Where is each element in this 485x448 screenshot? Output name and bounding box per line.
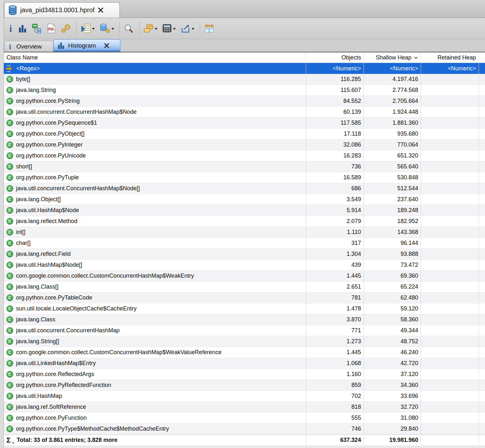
run-report-button[interactable] [80, 22, 96, 34]
class-name: org.python.core.PyTuple [16, 174, 79, 181]
table-row[interactable]: C org.python.core.PyTuple 16.589 530.848 [4, 172, 485, 183]
info-button[interactable]: i [7, 23, 14, 34]
class-icon: C [6, 371, 13, 378]
histogram-button[interactable] [17, 23, 28, 34]
table-row[interactable]: C org.python.core.PyString 84.552 2.705.… [4, 96, 485, 107]
table-row[interactable]: C org.python.core.ReflectedArgs 1.160 37… [4, 369, 485, 380]
calculator-button[interactable] [162, 23, 177, 34]
objects-value: 32.086 [306, 139, 364, 150]
table-row[interactable]: C java.util.HashMap 702 33.696 [4, 391, 485, 402]
histogram-icon [18, 24, 27, 33]
tab-histogram[interactable]: Histogram [53, 39, 120, 52]
column-header-objects[interactable]: Objects [306, 52, 364, 63]
retained-heap-value [421, 227, 479, 237]
table-row[interactable]: C java.lang.Class 3.870 58.360 [4, 314, 485, 325]
class-icon: C [6, 240, 13, 246]
table-row[interactable]: C org.python.core.PyReflectedFunction 85… [4, 380, 485, 391]
table-row[interactable]: C com.google.common.collect.CustomConcur… [4, 271, 485, 282]
table-row[interactable]: C byte[] 116.285 4.197.416 [4, 74, 485, 85]
table-row[interactable]: C java.lang.Class[] 2.651 65.224 [4, 282, 485, 292]
column-header-label: Class Name [6, 54, 38, 61]
dominator-tree-button[interactable] [31, 22, 43, 34]
numeric-filter-field[interactable]: <Numeric> [306, 63, 364, 74]
tab-overview[interactable]: i Overview [4, 41, 53, 52]
table-row[interactable]: C org.python.core.PyUnicode 16.283 651.3… [4, 150, 485, 161]
shallow-heap-value: 32.720 [364, 402, 421, 412]
shallow-heap-value: 96.144 [364, 238, 421, 248]
database-gear-icon [100, 23, 110, 33]
retained-heap-value [421, 303, 479, 314]
table-row[interactable]: C org.python.core.PyTableCode 781 62.480 [4, 292, 485, 303]
class-icon: C [6, 174, 13, 181]
class-name: org.python.core.PyType$MethodCache$Metho… [16, 426, 169, 432]
table-row[interactable]: C java.lang.String 115.607 2.774.568 [4, 85, 485, 96]
group-by-button[interactable] [143, 23, 158, 34]
shallow-heap-value: 565.640 [364, 161, 421, 172]
search-button[interactable] [123, 23, 135, 34]
column-header-shallow-heap[interactable]: Shallow Heap [364, 52, 421, 63]
table-row[interactable]: C java.util.LinkedHashMap$Entry 1.068 42… [4, 358, 485, 369]
dropdown-arrow-icon[interactable] [111, 28, 114, 31]
class-icon: C [6, 120, 13, 126]
shallow-heap-value: 512.544 [364, 183, 421, 194]
numeric-filter-field[interactable]: <Numeric> [421, 63, 479, 74]
table-row[interactable]: C int[] 1.110 143.368 [4, 227, 485, 238]
table-row[interactable]: C org.python.core.PyFunction 555 31.080 [4, 413, 485, 424]
close-icon[interactable] [104, 43, 110, 49]
objects-value: 1.160 [306, 369, 364, 380]
retained-heap-value [421, 325, 479, 336]
class-name: com.google.common.collect.CustomConcurre… [16, 273, 194, 279]
table-row[interactable]: C java.lang.String[] 1.273 48.752 [4, 336, 485, 347]
class-name: java.lang.ref.SoftReference [16, 404, 86, 410]
query-browser-button[interactable] [99, 22, 115, 34]
column-header-class-name[interactable]: Class Name [4, 52, 306, 63]
table-row[interactable]: C short[] 736 565.640 [4, 161, 485, 172]
regex-filter-field[interactable]: <Regex> [16, 65, 40, 72]
table-row[interactable]: C org.python.core.PyObject[] 17.118 935.… [4, 129, 485, 139]
column-header-retained-heap[interactable]: Retained Heap [421, 52, 479, 63]
table-row[interactable]: C com.google.common.collect.CustomConcur… [4, 347, 485, 358]
table-row[interactable]: C sun.util.locale.LocaleObjectCache$Cach… [4, 303, 485, 314]
main-toolbar: i OQL [0, 18, 485, 39]
table-row[interactable]: C java.util.HashMap$Node[] 439 73.472 [4, 260, 485, 271]
table-row[interactable]: C char[] 317 96.144 [4, 238, 485, 249]
table-row[interactable]: C org.python.core.PyType$MethodCache$Met… [4, 424, 485, 435]
numeric-filter-field[interactable]: <Numeric> [364, 63, 421, 74]
retained-heap-value [421, 402, 479, 412]
class-name: java.lang.reflect.Method [16, 218, 77, 225]
dropdown-arrow-icon[interactable] [192, 28, 194, 31]
table-row[interactable]: C java.util.concurrent.ConcurrentHashMap… [4, 325, 485, 336]
info-icon: i [8, 24, 13, 33]
class-name: java.lang.Object[] [16, 196, 61, 203]
retained-heap-value [421, 369, 479, 380]
column-header-label: Shallow Heap [376, 54, 411, 61]
histogram-icon [57, 42, 65, 49]
table-row[interactable]: C java.util.concurrent.ConcurrentHashMap… [4, 107, 485, 118]
heap-dump-editor-tab[interactable]: java_pid34813.0001.hprof [4, 2, 120, 18]
table-row[interactable]: C java.util.HashMap$Node 5.914 189.248 [4, 205, 485, 216]
table-row[interactable]: C org.python.core.PySequence$1 117.585 1… [4, 118, 485, 129]
table-row[interactable]: C org.python.core.PyInteger 32.086 770.0… [4, 139, 485, 150]
table-row[interactable]: C java.lang.ref.SoftReference 818 32.720 [4, 402, 485, 413]
class-icon: C [6, 185, 13, 192]
dropdown-arrow-icon[interactable] [173, 28, 176, 31]
table-row[interactable]: C java.lang.reflect.Method 2.079 182.952 [4, 216, 485, 227]
close-icon[interactable] [98, 7, 104, 13]
total-objects: 637.324 [306, 435, 364, 445]
class-icon: C [6, 163, 13, 170]
class-name: org.python.core.PyReflectedFunction [16, 382, 111, 389]
dropdown-arrow-icon[interactable] [92, 28, 95, 31]
dropdown-arrow-icon[interactable] [155, 28, 157, 31]
shallow-heap-value: 2.705.664 [364, 96, 421, 106]
compare-button[interactable] [203, 23, 215, 34]
expert-tests-button[interactable] [60, 22, 72, 34]
table-row[interactable]: C java.lang.reflect.Field 1.304 93.888 [4, 249, 485, 260]
filter-row[interactable]: <Regex> <Numeric> <Numeric> <Numeric> [4, 63, 485, 74]
retained-heap-value [421, 118, 479, 128]
class-icon: C [6, 98, 13, 104]
export-button[interactable] [180, 23, 195, 34]
oql-button[interactable]: OQL [46, 22, 57, 34]
table-row[interactable]: C java.util.concurrent.ConcurrentHashMap… [4, 183, 485, 194]
shallow-heap-value: 65.224 [364, 282, 421, 292]
table-row[interactable]: C java.lang.Object[] 3.549 237.640 [4, 194, 485, 205]
